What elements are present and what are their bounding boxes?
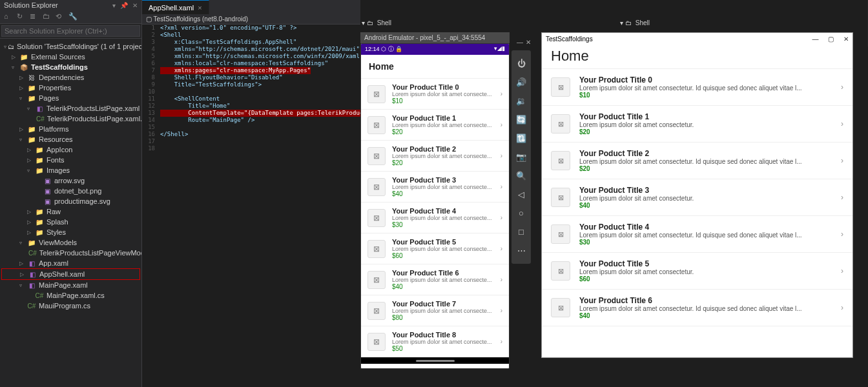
- winapp-product-list[interactable]: ⊠Your Product Title 0Lorem ipsum dolor s…: [542, 68, 852, 352]
- tree-node[interactable]: ▣dotnet_bot.png: [1, 186, 140, 196]
- product-row[interactable]: ⊠Your Poduct Title 5Lorem ipsum dolor si…: [361, 233, 509, 264]
- tree-node[interactable]: ▷📁AppIcon: [1, 144, 140, 155]
- product-row[interactable]: ⊠Your Poduct Title 4Lorem ipsum dolor si…: [542, 216, 852, 253]
- product-row[interactable]: ⊠Your Product Title 0Lorem ipsum dolor s…: [542, 69, 852, 106]
- product-row[interactable]: ⊠Your Poduct Title 7Lorem ipsum dolor si…: [361, 295, 509, 326]
- product-thumb-icon: ⊠: [367, 271, 386, 289]
- tree-node[interactable]: ▷📁Platforms: [1, 124, 140, 134]
- product-row[interactable]: ⊠Your Poduct Title 3Lorem ipsum dolor si…: [361, 172, 509, 203]
- tree-node[interactable]: ▷◧AppShell.xaml: [1, 268, 140, 280]
- tree-node[interactable]: ▿📦TestScaffoldings: [1, 62, 140, 72]
- product-price: $40: [579, 202, 832, 209]
- tree-node[interactable]: ▷⛓Dependencies: [1, 72, 140, 83]
- home-icon[interactable]: ⌂: [4, 12, 13, 21]
- tree-node[interactable]: ▿📁Pages: [1, 93, 140, 103]
- tree-node[interactable]: C#TelerikProductsListPageViewModel.cs: [1, 248, 140, 258]
- product-row[interactable]: ⊠Your Poduct Title 8Lorem ipsum dolor si…: [361, 326, 509, 357]
- app-header: Home: [361, 55, 509, 79]
- product-desc: Lorem ipsum dolor sit amet consecte...: [392, 308, 494, 314]
- emulator-control-button[interactable]: 📷: [512, 148, 531, 166]
- minimize-icon[interactable]: —: [517, 39, 523, 46]
- product-row[interactable]: ⊠Your Product Title 6Lorem ipsum dolor s…: [361, 264, 509, 295]
- product-row[interactable]: ⊠Your Poduct Title 5Lorem ipsum dolor si…: [542, 253, 852, 290]
- search-input[interactable]: [1, 25, 140, 37]
- product-desc: Lorem ipsum dolor sit amet consecte...: [392, 122, 494, 128]
- product-row[interactable]: ⊠Your Poduct Title 3Lorem ipsum dolor si…: [542, 179, 852, 216]
- chevron-right-icon: ›: [841, 156, 843, 165]
- emulator-control-button[interactable]: 🔉: [512, 92, 531, 110]
- chevron-right-icon: ›: [501, 90, 502, 97]
- tree-node[interactable]: ▷◧App.xaml: [1, 258, 140, 268]
- emulator-control-button[interactable]: ○: [512, 204, 531, 223]
- product-desc: Lorem ipsum dolor sit amet consectetur. …: [579, 84, 832, 92]
- tree-node[interactable]: C#TelerikProductsListPage.xaml.cs: [1, 114, 140, 124]
- product-row[interactable]: ⊠Your Poduct Title 2Lorem ipsum dolor si…: [542, 143, 852, 179]
- product-row[interactable]: ⊠Your Product Title 6Lorem ipsum dolor s…: [542, 290, 852, 326]
- refresh-icon[interactable]: ↻: [17, 12, 26, 21]
- code-editor[interactable]: 123456789101112131415161718 <?xml versio…: [142, 25, 360, 152]
- product-row[interactable]: ⊠Your Poduct Title 1Lorem ipsum dolor si…: [361, 110, 509, 141]
- chevron-right-icon: ›: [841, 119, 843, 128]
- collapse-icon[interactable]: ≣: [30, 12, 39, 21]
- tree-node[interactable]: ▿📁ViewModels: [1, 237, 140, 248]
- product-row[interactable]: ⊠Your Poduct Title 1Lorem ipsum dolor si…: [542, 106, 852, 143]
- tree-node[interactable]: ▷📁Splash: [1, 217, 140, 227]
- close-icon[interactable]: ×: [198, 4, 202, 12]
- minimize-icon[interactable]: —: [812, 35, 818, 43]
- product-row[interactable]: ⊠Your Poduct Title 4Lorem ipsum dolor si…: [361, 203, 509, 233]
- emulator-control-button[interactable]: ⋯: [512, 241, 531, 260]
- tree-node[interactable]: ▿📁Resources: [1, 134, 140, 144]
- auto-hide-icon[interactable]: ▾: [112, 2, 116, 9]
- product-desc: Lorem ipsum dolor sit amet consectetur. …: [579, 232, 832, 239]
- tree-node[interactable]: ▷📁Styles: [1, 227, 140, 237]
- product-title: Your Poduct Title 4: [392, 207, 494, 215]
- product-thumb-icon: ⊠: [551, 261, 570, 281]
- emulator-control-button[interactable]: ⏻: [512, 54, 531, 73]
- tree-node[interactable]: ▷📁Fonts: [1, 155, 140, 165]
- tree-node[interactable]: ▿◧MainPage.xaml: [1, 280, 140, 290]
- emulator-title: Android Emulator - pixel_5_-_api_34:5554: [360, 32, 510, 43]
- solution-tree: ▿ 🗂 Solution 'TestScaffoldings' (1 of 1 …: [0, 39, 141, 381]
- pin-icon[interactable]: 📌: [120, 2, 128, 9]
- tree-node[interactable]: ▷📁Properties: [1, 83, 140, 93]
- tree-node[interactable]: ▣productimage.svg: [1, 196, 140, 206]
- android-status-bar: 12:14 ⬡ ⓘ 🔒 ▾◢▮: [361, 44, 509, 55]
- tree-node[interactable]: ▿📁Images: [1, 165, 140, 175]
- tree-node[interactable]: ▷📁Raw: [1, 206, 140, 217]
- emulator-control-button[interactable]: 🔍: [512, 166, 531, 185]
- product-price: $30: [579, 239, 832, 246]
- tree-node[interactable]: C#MainPage.xaml.cs: [1, 290, 140, 301]
- close-icon[interactable]: ✕: [132, 2, 138, 9]
- product-thumb-icon: ⊠: [367, 147, 386, 165]
- emulator-control-button[interactable]: 🔊: [512, 73, 531, 92]
- emulator-control-button[interactable]: ◁: [512, 185, 531, 204]
- tree-node[interactable]: ▷📁External Sources: [1, 52, 140, 62]
- maximize-icon[interactable]: ▢: [828, 35, 834, 43]
- product-price: $20: [579, 128, 832, 135]
- show-all-icon[interactable]: 🗀: [43, 12, 52, 21]
- product-price: $40: [579, 312, 832, 319]
- tree-node[interactable]: ▿◧TelerikProductsListPage.xaml: [1, 103, 140, 114]
- tree-node[interactable]: C#MauiProgram.cs: [1, 301, 140, 311]
- solution-root[interactable]: ▿ 🗂 Solution 'TestScaffoldings' (1 of 1 …: [1, 41, 140, 52]
- editor-tab[interactable]: AppShell.xaml×: [142, 0, 209, 14]
- chevron-right-icon: ›: [501, 121, 502, 128]
- product-row[interactable]: ⊠Your Poduct Title 2Lorem ipsum dolor si…: [361, 141, 509, 172]
- properties-icon[interactable]: 🔧: [68, 12, 78, 21]
- emulator-control-button[interactable]: 🔄: [512, 110, 531, 129]
- breadcrumb-label: Shell: [377, 19, 391, 26]
- product-desc: Lorem ipsum dolor sit amet consectetur. …: [579, 158, 832, 165]
- emulator-control-button[interactable]: □: [512, 223, 531, 241]
- sync-icon[interactable]: ⟲: [56, 12, 65, 21]
- shell-breadcrumb-android: ▾ 🗀 Shell: [362, 19, 391, 26]
- tree-node[interactable]: ▣arrow.svg: [1, 175, 140, 186]
- emulator-screen: 12:14 ⬡ ⓘ 🔒 ▾◢▮ Home ⊠Your Product Title…: [360, 43, 510, 369]
- product-title: Your Poduct Title 5: [392, 238, 494, 246]
- product-row[interactable]: ⊠Your Product Title 0Lorem ipsum dolor s…: [361, 79, 509, 110]
- close-icon[interactable]: ✕: [526, 39, 531, 46]
- shell-breadcrumb-windows: ▾ 🗀 Shell: [620, 19, 650, 26]
- emulator-control-button[interactable]: 🔃: [512, 129, 531, 148]
- chevron-right-icon: ›: [841, 303, 843, 312]
- project-target-label: TestScaffoldings (net8.0-android): [154, 15, 249, 23]
- close-icon[interactable]: ✕: [843, 35, 849, 43]
